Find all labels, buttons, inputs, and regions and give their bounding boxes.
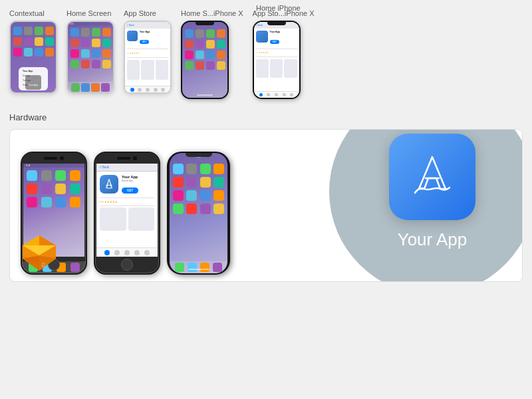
get-btn-x-mini[interactable]: GET bbox=[270, 40, 279, 44]
top-section: Contextual bbox=[0, 0, 532, 106]
app-store-phone: < Back Your App GET 5.0 ★★★★★ bbox=[124, 21, 172, 94]
contextual-group: Contextual bbox=[9, 9, 57, 94]
app-name-x-mini: Your App bbox=[270, 31, 280, 33]
get-button-mini[interactable]: GET bbox=[140, 40, 149, 44]
svg-text:♫: ♫ bbox=[41, 261, 46, 268]
home-x-screen bbox=[182, 22, 227, 98]
contextual-label: Contextual bbox=[9, 9, 45, 17]
home-screen-label: Home Screen bbox=[66, 9, 111, 17]
get-btn-l2[interactable]: GET bbox=[122, 188, 138, 194]
app-name-l2: Your App bbox=[122, 175, 138, 179]
hardware-box: 9:41 bbox=[9, 129, 523, 282]
iphonex-large: 9:41 bbox=[167, 152, 230, 275]
bottom-section: Hardware 9:41 bbox=[0, 106, 532, 289]
contextual-phone: Your App Settings Your app Share Your Ap… bbox=[9, 21, 57, 94]
home-iphone-label: Home iPhone bbox=[256, 4, 301, 12]
contextual-bg: Your App Settings Your app Share Your Ap… bbox=[11, 22, 56, 92]
rating-mini: 5.0 ★★★★★ bbox=[127, 53, 168, 55]
home-button-2[interactable] bbox=[121, 259, 133, 271]
appstore-screen-mini: < Back Your App GET 5.0 ★★★★★ bbox=[125, 22, 170, 92]
app-showcase-name: Your App bbox=[398, 229, 467, 250]
home-x-group: Home S...iPhone X bbox=[181, 9, 243, 99]
home-screen-phone: 9:41 bbox=[66, 21, 114, 94]
contextual-app-label: Your App bbox=[29, 84, 38, 86]
appstore-x-phone: < Back Your App GET 5.0 ★★★★★ bbox=[253, 21, 301, 99]
iphone7-body-appstore: < Back Your App Mobile App bbox=[94, 152, 160, 275]
app-showcase-circle: Your App bbox=[329, 129, 523, 282]
notch-small bbox=[196, 22, 214, 25]
back-button-mini[interactable]: < Back bbox=[127, 24, 134, 27]
iphonex-body: 9:41 bbox=[167, 152, 230, 275]
home-x-phone bbox=[181, 21, 229, 99]
notch-x-small bbox=[267, 22, 286, 25]
app-store-label: App Store bbox=[124, 9, 156, 17]
iphone7-appstore: < Back Your App Mobile App bbox=[94, 152, 160, 275]
app-store-group: App Store < Back Your App GET bbox=[124, 9, 172, 94]
app-icon-mini bbox=[127, 31, 138, 41]
app-icon-svg bbox=[406, 150, 459, 203]
contextual-popup-title: Your App bbox=[23, 70, 44, 72]
sketch-logo: ♫ bbox=[19, 232, 59, 272]
back-btn-x-mini[interactable]: < Back bbox=[256, 24, 263, 27]
appstore-x-group: App Sto...iPhone X < Back Your App GET bbox=[253, 9, 315, 99]
app-name-mini: Your App bbox=[140, 31, 168, 33]
home-screen-group: Home Screen 9:41 bbox=[66, 9, 114, 94]
hardware-label: Hardware bbox=[9, 112, 523, 122]
top-row: Contextual bbox=[9, 9, 315, 99]
back-btn-l2[interactable]: < Back bbox=[100, 166, 109, 169]
app-showcase-icon bbox=[389, 134, 475, 220]
iphone-x-notch bbox=[186, 153, 212, 157]
home-x-label: Home S...iPhone X bbox=[181, 9, 243, 17]
